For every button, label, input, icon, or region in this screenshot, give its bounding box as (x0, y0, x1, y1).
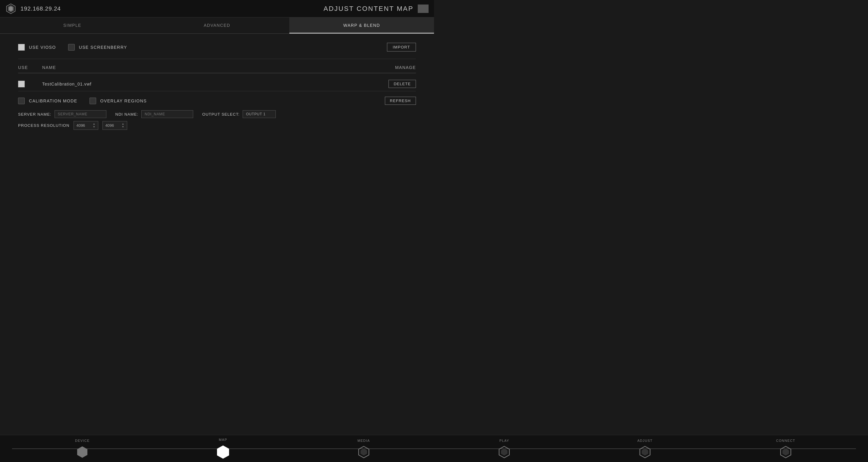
main-content: USE VIOSO USE SCREENBERRY IMPORT USE NAM… (0, 34, 434, 139)
fields-row: SERVER NAME: NDI NAME: OUTPUT SELECT: OU… (18, 110, 416, 118)
calibration-mode-label: CALIBRATION MODE (29, 98, 78, 103)
header-left: 192.168.29.24 (5, 3, 61, 14)
row-file-name: TestCalibration_01.vwf (42, 81, 92, 87)
arrow-up-icon[interactable]: ▲ (93, 123, 96, 125)
tab-advanced[interactable]: ADVANCED (145, 18, 289, 33)
server-name-label: SERVER NAME: (18, 112, 52, 117)
calibration-row: CALIBRATION MODE OVERLAY REGIONS REFRESH (18, 97, 416, 105)
table-header: USE NAME MANAGE (18, 65, 416, 73)
resolution-row: PROCESS RESOLUTION ▲ ▼ ▲ ▼ (18, 121, 416, 130)
import-button[interactable]: IMPORT (387, 43, 416, 52)
divider (18, 59, 416, 59)
col-name-label: NAME (42, 65, 56, 70)
resolution-label: PROCESS RESOLUTION (18, 123, 69, 128)
use-vioso-label: USE VIOSO (29, 45, 56, 50)
ndi-name-input[interactable] (141, 110, 193, 118)
header-action-button[interactable] (418, 4, 429, 13)
resolution-height-field[interactable] (105, 123, 120, 128)
delete-button[interactable]: DELETE (389, 80, 416, 88)
arrow-down-icon[interactable]: ▼ (121, 126, 124, 128)
overlay-regions-item: OVERLAY REGIONS (90, 98, 147, 104)
ndi-name-group: NDI NAME: (116, 110, 193, 118)
resolution-width-field[interactable] (76, 123, 91, 128)
arrow-down-icon[interactable]: ▼ (93, 126, 96, 128)
use-screenberry-label: USE SCREENBERRY (79, 45, 127, 50)
use-vioso-item: USE VIOSO (18, 44, 56, 51)
resolution-height-input[interactable]: ▲ ▼ (102, 121, 127, 130)
output-select-label: OUTPUT SELECT: (202, 112, 240, 117)
arrow-up-icon[interactable]: ▲ (121, 123, 124, 125)
header-title: ADJUST CONTENT MAP (323, 5, 413, 13)
calibration-mode-item: CALIBRATION MODE (18, 98, 78, 104)
tab-bar: SIMPLE ADVANCED WARP & BLEND (0, 18, 434, 34)
row-use-checkbox[interactable] (18, 81, 25, 87)
output-select-group: OUTPUT SELECT: OUTPUT 1 (202, 110, 276, 118)
col-manage-label: MANAGE (395, 65, 416, 70)
header-right: ADJUST CONTENT MAP (323, 4, 429, 13)
server-name-input[interactable] (55, 110, 106, 118)
overlay-regions-label: OVERLAY REGIONS (100, 98, 147, 103)
use-vioso-checkbox[interactable] (18, 44, 25, 51)
calibration-mode-checkbox[interactable] (18, 98, 25, 104)
refresh-button[interactable]: REFRESH (385, 97, 416, 105)
tab-warp-blend[interactable]: WARP & BLEND (289, 18, 434, 33)
resolution-width-input[interactable]: ▲ ▼ (73, 121, 98, 130)
use-screenberry-checkbox[interactable] (68, 44, 75, 51)
server-name-group: SERVER NAME: (18, 110, 106, 118)
output-select-value[interactable]: OUTPUT 1 (243, 110, 276, 118)
logo-icon (5, 3, 16, 14)
overlay-regions-checkbox[interactable] (90, 98, 96, 104)
use-screenberry-item: USE SCREENBERRY (68, 44, 127, 51)
ndi-name-label: NDI NAME: (116, 112, 138, 117)
col-use-label: USE (18, 65, 28, 70)
use-options-row: USE VIOSO USE SCREENBERRY IMPORT (18, 43, 416, 52)
ip-address: 192.168.29.24 (21, 5, 61, 12)
header: 192.168.29.24 ADJUST CONTENT MAP (0, 0, 434, 18)
table-row: TestCalibration_01.vwf DELETE (18, 77, 416, 91)
tab-simple[interactable]: SIMPLE (0, 18, 145, 33)
